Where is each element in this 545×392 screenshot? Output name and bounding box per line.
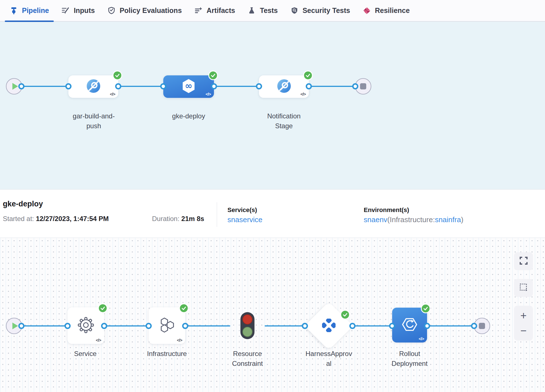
step-resource-constraint traffic-light-icon[interactable] [240,312,254,339]
active-tab-underline [5,21,54,22]
step-edge [265,325,305,326]
svg-text:∞: ∞ [185,80,193,91]
success-check-icon [208,71,218,80]
edge-port [101,323,107,329]
gear-icon [76,316,95,336]
edge-port [115,83,121,89]
tab-resilience[interactable]: Resilience [356,0,416,21]
step-graph-canvas: </> </> [0,238,545,392]
stage-graph-canvas: </> ∞ </> [0,22,545,189]
started-at-value: 12/27/2023, 1:47:54 PM [36,215,109,222]
tab-security-tests-label: Security Tests [303,6,350,15]
step-edge [352,325,392,326]
tab-tests[interactable]: Tests [241,0,284,21]
stage-card-gar-build-and-push[interactable]: </> [68,75,118,98]
tab-security-tests[interactable]: Security Tests [284,0,356,21]
edge-port [349,323,356,329]
tab-artifacts-label: Artifacts [207,6,235,15]
edge-port [146,323,152,329]
tab-policy-evaluations[interactable]: Policy Evaluations [101,0,188,21]
step-label: Resource Constraint [222,349,273,368]
stop-icon [360,83,366,89]
step-edge [104,325,149,326]
step-label: Rollout Deployment [384,349,435,368]
edge-port [211,83,217,89]
tab-inputs[interactable]: Inputs [55,0,101,21]
tests-icon [247,6,256,15]
zoom-in-icon[interactable]: + [520,310,526,321]
fullscreen-button[interactable] [514,252,533,270]
step-label: HarnessApproval [305,349,353,368]
step-card-infrastructure[interactable]: </> [149,307,185,344]
zoom-out-icon[interactable]: − [520,325,526,336]
policy-evaluations-icon [107,6,116,15]
stage-details-title: gke-deploy [3,200,43,208]
pipeline-icon [10,6,18,15]
edge-port [182,323,188,329]
environment-link[interactable]: snaenv [364,215,387,224]
play-icon [12,323,18,329]
step-edge [21,325,68,326]
fullscreen-icon [519,256,528,266]
stage-details-bar: gke-deploy Started at: 12/27/2023, 1:47:… [0,189,545,238]
deploy-infinity-icon: ∞ [181,78,196,95]
stage-card-gke-deploy[interactable]: ∞ </> [163,75,214,98]
service-link[interactable]: snaservice [227,215,262,224]
services-label: Service(s) [227,206,257,214]
edge-port [352,83,358,89]
step-edge [185,325,230,326]
tab-artifacts[interactable]: Artifacts [188,0,241,21]
play-icon [12,83,18,90]
stage-card-notification-stage[interactable]: </> [259,75,309,98]
code-icon: </> [300,92,306,96]
step-card-rollout-deployment[interactable]: </> [392,308,427,343]
zoom-control-panel: + − [514,306,533,341]
tab-inputs-label: Inputs [74,6,95,15]
step-edge [427,325,474,326]
success-check-icon [340,310,350,319]
infrastructure-link[interactable]: snainfra [435,215,461,224]
environments-label: Environment(s) [364,206,409,214]
duration-label: Duration: [152,215,179,222]
stop-icon [479,323,485,329]
service-link-wrap: snaservice [227,215,262,224]
edge-port [256,83,262,89]
edge-port [306,83,312,89]
edge-port [64,323,71,329]
details-divider [217,202,217,227]
success-check-icon [303,71,313,80]
step-card-harness-approval[interactable] [305,302,353,350]
duration: Duration: 21m 8s [152,215,204,223]
execution-tab-bar: Pipeline Inputs Policy Evaluations [0,0,545,22]
red-light-icon [242,314,253,325]
tab-pipeline[interactable]: Pipeline [3,0,55,21]
step-card-service[interactable]: </> [68,307,104,344]
tab-tests-label: Tests [260,6,278,15]
success-check-icon [113,71,122,80]
edge-port [18,83,24,89]
edge-port [471,323,477,329]
edge-port [424,323,430,329]
code-icon: </> [206,92,211,96]
stage-edge [21,86,68,87]
code-icon: </> [419,336,424,341]
tab-pipeline-label: Pipeline [22,6,49,15]
success-check-icon [421,304,430,313]
tab-resilience-label: Resilience [375,6,410,15]
success-check-icon [98,303,108,313]
resilience-icon [363,6,371,15]
stage-custom-icon [277,79,291,94]
edge-port [302,323,308,329]
stage-custom-icon [86,79,101,94]
step-label: Infrastructure [142,349,192,359]
stage-edge [214,86,259,87]
edge-port [18,323,24,329]
environment-infra-prefix: (Infrastructure: [387,215,435,224]
code-icon: </> [177,338,182,343]
approval-icon [322,319,336,333]
stage-label: Notification Stage [258,111,309,131]
environment-value: snaenv(Infrastructure:snainfra) [364,215,463,224]
hexagons-icon [158,316,176,335]
marquee-select-button[interactable] [514,279,533,297]
step-label: Service [60,349,111,359]
